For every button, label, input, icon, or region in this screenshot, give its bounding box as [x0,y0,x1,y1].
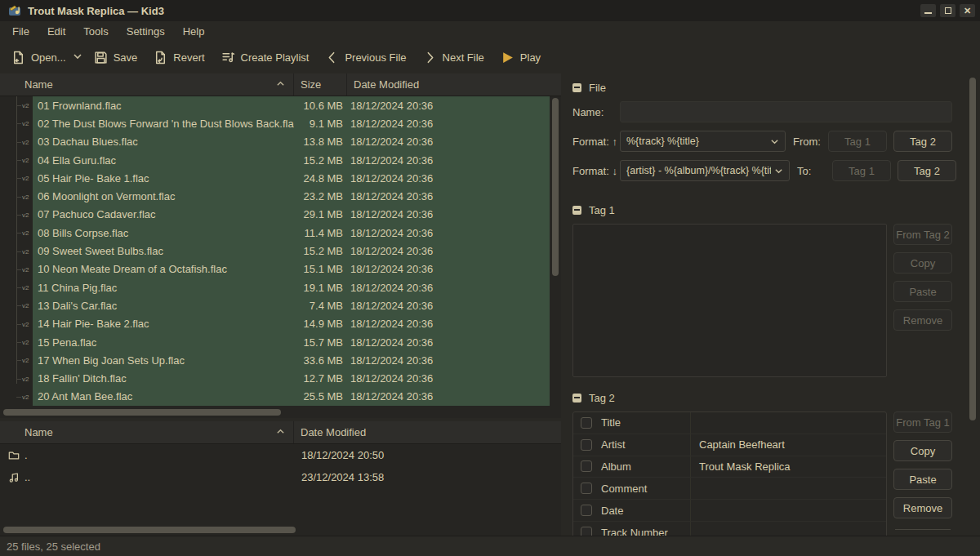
file-row-selected[interactable]: 06 Moonlight on Vermont.flac23.2 MB18/12… [33,187,550,205]
file-row-selected[interactable]: 18 Fallin' Ditch.flac12.7 MB18/12/2024 2… [33,369,550,387]
checkbox-album[interactable] [581,460,592,472]
directory-hscrollbar-thumb[interactable] [3,527,296,533]
checkbox-comment[interactable] [581,483,592,494]
tag2-paste-button[interactable]: Paste [893,469,952,490]
file-list-vertical-scrollbar[interactable] [550,96,561,407]
open-dropdown-button[interactable] [73,51,82,64]
column-header-name[interactable]: Name [0,73,294,96]
to-tag-2-button[interactable]: Tag 2 [898,160,956,181]
tag2-copy-button[interactable]: Copy [893,440,952,461]
tag2-field-value[interactable] [691,522,886,536]
tree-branch: v2 [0,242,33,260]
file-row[interactable]: v214 Hair Pie- Bake 2.flac14.9 MB18/12/2… [0,315,550,333]
checkbox-track-number[interactable] [581,527,592,536]
file-row-selected[interactable]: 01 Frownland.flac10.6 MB18/12/2024 20:36 [33,96,550,114]
file-row[interactable]: v218 Fallin' Ditch.flac12.7 MB18/12/2024… [0,369,550,387]
format-to-tag-combo[interactable]: {artist} - %{album}/%{track} %{title} [620,160,790,181]
filename-input[interactable] [620,101,952,122]
file-row[interactable]: v202 The Dust Blows Forward 'n the Dust … [0,114,550,132]
tree-branch: v2 [0,260,33,278]
file-row[interactable]: v213 Dali's Car.flac7.4 MB18/12/2024 20:… [0,296,550,314]
dir-column-header-name[interactable]: Name [0,421,294,443]
file-row-selected[interactable]: 04 Ella Guru.flac15.2 MB18/12/2024 20:36 [33,151,550,169]
tag2-field-value[interactable] [691,500,886,521]
toolbar-button-save[interactable]: Save [94,51,138,64]
file-rows: v201 Frownland.flac10.6 MB18/12/2024 20:… [0,96,550,407]
checkbox-date[interactable] [581,505,592,516]
directory-row[interactable]: .18/12/2024 20:50 [0,444,561,466]
file-list-hscrollbar-thumb[interactable] [3,409,281,416]
directory-horizontal-scrollbar[interactable] [0,524,561,536]
tag2-field-value[interactable] [691,478,886,499]
minimize-button[interactable] [920,4,936,17]
file-row[interactable]: v215 Pena.flac15.7 MB18/12/2024 20:36 [0,333,550,351]
file-row[interactable]: v205 Hair Pie- Bake 1.flac24.8 MB18/12/2… [0,169,550,187]
tag2-section-header: Tag 2 [572,389,952,407]
close-button[interactable]: ✕ [960,4,975,17]
checkbox-artist[interactable] [581,439,592,451]
file-row[interactable]: v208 Bills Corpse.flac11.4 MB18/12/2024 … [0,224,550,242]
to-tag-1-button: Tag 1 [832,160,891,181]
file-row[interactable]: v210 Neon Meate Dream of a Octafish.flac… [0,260,550,278]
file-row[interactable]: v209 Sweet Sweet Bulbs.flac15.2 MB18/12/… [0,242,550,260]
file-row-selected[interactable]: 15 Pena.flac15.7 MB18/12/2024 20:36 [33,333,550,351]
format-from-tag-combo[interactable]: %{track} %{title} [620,131,786,152]
collapse-icon[interactable] [572,83,581,92]
tag2-field-row: Date [573,500,886,522]
menu-item-tools[interactable]: Tools [74,23,117,40]
file-row-selected[interactable]: 02 The Dust Blows Forward 'n the Dust Bl… [33,114,550,132]
file-row-selected[interactable]: 13 Dali's Car.flac7.4 MB18/12/2024 20:36 [33,296,550,314]
file-list-horizontal-scrollbar[interactable] [0,407,561,418]
file-list-body: v201 Frownland.flac10.6 MB18/12/2024 20:… [0,96,561,407]
file-row-selected[interactable]: 08 Bills Corpse.flac11.4 MB18/12/2024 20… [33,224,550,242]
column-header-date-modified[interactable]: Date Modified [347,73,561,96]
tag-panel-scrollbar-thumb[interactable] [969,78,976,420]
file-row[interactable]: v201 Frownland.flac10.6 MB18/12/2024 20:… [0,96,550,114]
file-date-cell: 18/12/2024 20:36 [343,263,550,275]
toolbar-button-play[interactable]: Play [501,51,541,64]
collapse-icon[interactable] [572,206,581,215]
menu-item-file[interactable]: File [3,23,38,40]
file-row-selected[interactable]: 03 Dachau Blues.flac13.8 MB18/12/2024 20… [33,133,550,151]
column-header-size[interactable]: Size [294,73,347,96]
tag-panel-vertical-scrollbar[interactable] [969,78,976,536]
file-row-selected[interactable]: 07 Pachuco Cadaver.flac29.1 MB18/12/2024… [33,206,550,224]
tag1-section-header: Tag 1 [572,201,952,219]
toolbar-button-create-playlist[interactable]: Create Playlist [221,51,310,64]
file-row-selected[interactable]: 11 China Pig.flac19.1 MB18/12/2024 20:36 [33,278,550,296]
file-row-selected[interactable]: 10 Neon Meate Dream of a Octafish.flac15… [33,260,550,278]
file-row-selected[interactable]: 14 Hair Pie- Bake 2.flac14.9 MB18/12/202… [33,315,550,333]
toolbar-button-previous-file[interactable]: Previous File [325,51,406,64]
file-row-selected[interactable]: 09 Sweet Sweet Bulbs.flac15.2 MB18/12/20… [33,242,550,260]
file-row[interactable]: v204 Ella Guru.flac15.2 MB18/12/2024 20:… [0,151,550,169]
file-row[interactable]: v207 Pachuco Cadaver.flac29.1 MB18/12/20… [0,206,550,224]
toolbar-button-next-file[interactable]: Next File [423,51,484,64]
file-row-selected[interactable]: 05 Hair Pie- Bake 1.flac24.8 MB18/12/202… [33,169,550,187]
menu-item-help[interactable]: Help [174,23,214,40]
menu-item-settings[interactable]: Settings [118,23,174,40]
tag2-field-value[interactable] [691,412,886,434]
file-row[interactable]: v211 China Pig.flac19.1 MB18/12/2024 20:… [0,278,550,296]
tag2-field-value[interactable]: Trout Mask Replica [691,456,886,478]
menu-item-edit[interactable]: Edit [38,23,74,40]
file-section-title: File [589,82,606,94]
file-list-scrollbar-thumb[interactable] [552,98,559,276]
file-row-selected[interactable]: 20 Ant Man Bee.flac25.5 MB18/12/2024 20:… [33,388,550,406]
from-tag-1-button: Tag 1 [828,131,887,152]
maximize-button[interactable] [940,4,956,17]
dir-column-header-date-modified[interactable]: Date Modified [294,421,561,443]
checkbox-title[interactable] [581,417,592,429]
file-row[interactable]: v203 Dachau Blues.flac13.8 MB18/12/2024 … [0,133,550,151]
tag2-remove-button[interactable]: Remove [893,497,952,518]
file-row[interactable]: v206 Moonlight on Vermont.flac23.2 MB18/… [0,187,550,205]
collapse-icon[interactable] [572,394,581,403]
directory-row[interactable]: ..23/12/2024 13:58 [0,466,561,488]
file-row[interactable]: v220 Ant Man Bee.flac25.5 MB18/12/2024 2… [0,388,550,406]
toolbar-button-open[interactable]: Open... [11,51,66,64]
toolbar-button-revert[interactable]: Revert [154,51,204,64]
file-row-selected[interactable]: 17 When Big Joan Sets Up.flac33.6 MB18/1… [33,351,550,369]
file-row[interactable]: v217 When Big Joan Sets Up.flac33.6 MB18… [0,351,550,369]
from-tag-2-button[interactable]: Tag 2 [893,131,952,152]
format-to-tag-row: Format: ↓ {artist} - %{album}/%{track} %… [572,160,952,181]
tag2-field-value[interactable]: Captain Beefheart [691,434,886,456]
